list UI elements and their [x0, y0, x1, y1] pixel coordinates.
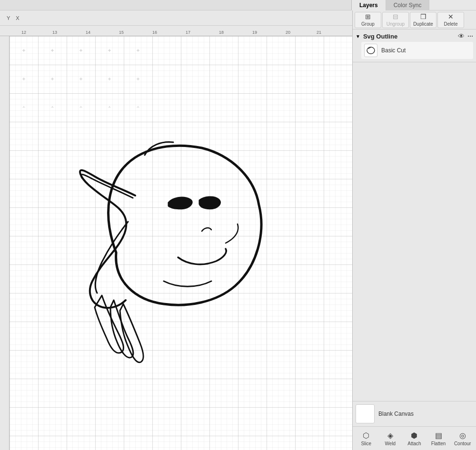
- layer-options-icon[interactable]: ⋯: [467, 33, 473, 39]
- slice-label: Slice: [361, 441, 371, 446]
- weld-button[interactable]: ◈ Weld: [379, 429, 402, 449]
- group-label: Group: [361, 21, 375, 27]
- turtle-drawing: [40, 110, 288, 376]
- group-icon: ⊞: [365, 13, 371, 20]
- visibility-eye-icon[interactable]: 👁: [458, 32, 465, 40]
- ruler-mark-14: 14: [86, 30, 90, 35]
- top-tab-bar: Layers Color Sync: [0, 0, 476, 10]
- canvas-with-ruler: [0, 36, 352, 450]
- ruler-mark-16: 16: [152, 30, 157, 35]
- ruler-mark-19: 19: [252, 30, 257, 35]
- bottom-toolbar: ⬡ Slice ◈ Weld ⬢ Attach ▤ Flatten ◎ Cont…: [353, 426, 476, 450]
- duplicate-icon: ❒: [420, 13, 426, 20]
- layer-item-name: Basic Cut: [381, 47, 406, 54]
- blank-canvas-section: Blank Canvas: [353, 401, 476, 426]
- duplicate-label: Duplicate: [413, 21, 433, 27]
- ruler-left: [0, 36, 10, 450]
- tab-color-sync[interactable]: Color Sync: [386, 0, 430, 10]
- ungroup-icon: ⊟: [393, 13, 398, 20]
- flatten-button[interactable]: ▤ Flatten: [427, 429, 450, 449]
- contour-button[interactable]: ◎ Contour: [451, 429, 474, 449]
- slice-button[interactable]: ⬡ Slice: [355, 429, 378, 449]
- chevron-down-icon[interactable]: ▼: [356, 34, 360, 39]
- layer-group: ▼ Svg Outline 👁 ⋯ Basic Cut: [353, 29, 476, 62]
- contour-icon: ◎: [459, 431, 466, 440]
- layer-group-header: ▼ Svg Outline 👁 ⋯: [356, 32, 473, 40]
- drawing-canvas[interactable]: [10, 36, 352, 450]
- layer-item-basic-cut[interactable]: Basic Cut: [361, 42, 473, 59]
- delete-label: Delete: [444, 21, 458, 27]
- ruler-mark-21: 21: [317, 30, 321, 35]
- duplicate-button[interactable]: ❒ Duplicate: [410, 12, 436, 28]
- flatten-icon: ▤: [435, 431, 442, 440]
- panel-toolbar: ⊞ Group ⊟ Ungroup ❒ Duplicate ✕ Delete: [353, 10, 476, 29]
- layer-group-title: Svg Outline: [363, 33, 455, 40]
- attach-icon: ⬢: [411, 431, 417, 440]
- blank-canvas-label: Blank Canvas: [378, 411, 414, 417]
- svg-point-3: [367, 47, 375, 54]
- panel-spacer: [353, 62, 476, 401]
- ruler-mark-17: 17: [186, 30, 190, 35]
- right-panel-tabs: Layers Color Sync: [352, 0, 476, 10]
- ruler-mark-12: 12: [21, 30, 26, 35]
- y-coord-label: Y: [7, 15, 10, 21]
- top-toolbar: Y X: [0, 10, 352, 26]
- canvas-area: Y X 12 13 14 15 16 17 18 19 20 21: [0, 10, 352, 450]
- ruler-mark-15: 15: [119, 30, 124, 35]
- layer-thumbnail: [364, 44, 377, 57]
- main-layout: Y X 12 13 14 15 16 17 18 19 20 21: [0, 10, 476, 450]
- ruler-mark-20: 20: [286, 30, 290, 35]
- group-button[interactable]: ⊞ Group: [355, 12, 381, 28]
- attach-button[interactable]: ⬢ Attach: [403, 429, 426, 449]
- canvas-area-tab: [0, 0, 352, 10]
- x-coord-label: X: [16, 15, 19, 21]
- delete-button[interactable]: ✕ Delete: [437, 12, 464, 28]
- ruler-mark-13: 13: [52, 30, 57, 35]
- flatten-label: Flatten: [431, 441, 446, 446]
- attach-label: Attach: [407, 441, 421, 446]
- ungroup-label: Ungroup: [387, 21, 405, 27]
- slice-icon: ⬡: [363, 431, 369, 440]
- weld-icon: ◈: [387, 431, 393, 440]
- right-panel: ⊞ Group ⊟ Ungroup ❒ Duplicate ✕ Delete ▼…: [352, 10, 476, 450]
- ungroup-button[interactable]: ⊟ Ungroup: [382, 12, 409, 28]
- weld-label: Weld: [385, 441, 396, 446]
- ruler-top: 12 13 14 15 16 17 18 19 20 21: [0, 26, 352, 36]
- tab-layers[interactable]: Layers: [352, 0, 386, 10]
- blank-canvas-thumbnail: [356, 404, 375, 423]
- contour-label: Contour: [454, 441, 471, 446]
- delete-icon: ✕: [448, 13, 454, 20]
- ruler-mark-18: 18: [219, 30, 224, 35]
